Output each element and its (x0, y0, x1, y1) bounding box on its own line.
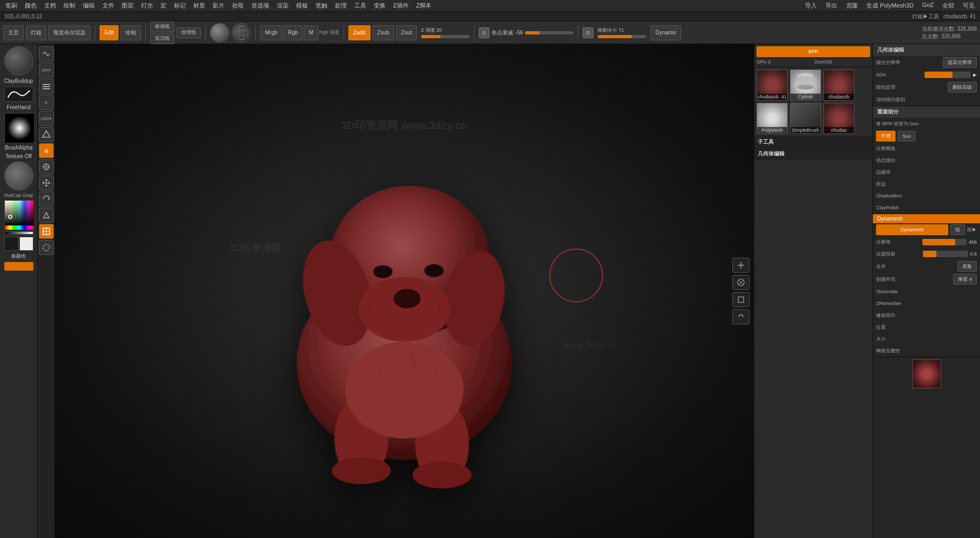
dynamesh-button[interactable]: Dynamesh (876, 224, 948, 235)
menu-item-file[interactable]: 文件 (99, 1, 117, 11)
menu-item-macro[interactable]: 宏 (157, 1, 170, 11)
brush-size-slider[interactable] (598, 35, 646, 38)
wireframe-sphere-button[interactable] (232, 23, 251, 43)
symmetry-icon[interactable]: ⊕ (39, 143, 54, 158)
menu-item-transform[interactable]: 变换 (370, 1, 389, 11)
viewport-canvas[interactable]: 3D印资源网 www.3dzy.cn 3D印资源网 www.3dzy.cn (55, 44, 754, 538)
suv-button[interactable]: Suv (898, 131, 916, 141)
z-intensity-slider[interactable] (421, 35, 470, 38)
menu-item-visible[interactable]: 可见 (960, 1, 978, 11)
smooth-button[interactable]: 纹理线 (177, 27, 201, 38)
zsub-button[interactable]: Zsub (373, 25, 394, 40)
geometry-header[interactable]: 几何体编辑 (873, 44, 980, 56)
bottom-dog-thumbnail[interactable] (912, 359, 941, 388)
focal-slider[interactable] (525, 31, 573, 34)
standard-line-button[interactable]: 标准线 (150, 22, 174, 32)
polyframe-icon[interactable] (39, 224, 54, 239)
group-button[interactable]: 组 (950, 224, 965, 235)
alpha-name-label[interactable]: BrushAlpha (1, 144, 36, 151)
menu-item-preferences[interactable]: 首选项 (248, 1, 272, 11)
menu-item-all[interactable]: 全部 (939, 1, 957, 11)
mrgb-button[interactable]: Mrgb (260, 25, 282, 40)
menu-item-stroke[interactable]: 笔触 (312, 1, 331, 11)
texture-off-label[interactable]: Texture Off (5, 153, 32, 159)
move-line-button[interactable]: 拓贝线 (150, 33, 174, 44)
menu-item-layer[interactable]: 图层 (118, 1, 137, 11)
menu-item-template[interactable]: 模板 (293, 1, 311, 11)
dynamic-view-icon[interactable] (39, 79, 54, 94)
tool-thumb-3[interactable]: PolyMesh (757, 103, 788, 134)
home-button[interactable]: 主页 (3, 25, 24, 40)
scale-icon[interactable] (39, 208, 54, 223)
menu-item-marker[interactable]: 标记 (171, 1, 189, 11)
color-picker[interactable] (4, 200, 33, 229)
menu-item-tool[interactable]: 工具 (351, 1, 369, 11)
menu-item-clone[interactable]: 克隆 (843, 1, 861, 11)
rotate-icon[interactable] (39, 192, 54, 207)
s-button[interactable]: S (479, 27, 489, 38)
vc-btn-4[interactable] (732, 309, 750, 324)
subproject-slider[interactable] (923, 251, 968, 257)
tool-thumb-1[interactable]: Cylindr (790, 69, 821, 101)
bake-icon[interactable] (39, 127, 54, 142)
tool-thumb-2[interactable]: chudaozb (823, 69, 855, 101)
ac50-icon[interactable]: A (39, 95, 54, 110)
tool-thumb-5[interactable]: chudao (823, 103, 855, 134)
menu-item-goz[interactable]: GoZ (919, 1, 937, 11)
dynamesh-header[interactable]: Dynamesh (873, 214, 980, 223)
menu-item-document[interactable]: 文档 (41, 1, 59, 11)
material-sphere-button[interactable] (210, 23, 229, 43)
flow-icon[interactable] (39, 46, 54, 61)
vc-btn-2[interactable] (732, 275, 750, 290)
tool-thumb-4[interactable]: SimpleBrush (790, 103, 821, 134)
dynamic-button[interactable]: Dynamic (650, 25, 681, 40)
alpha-preview[interactable] (4, 113, 33, 142)
draw-button[interactable]: 绘制 (121, 25, 141, 40)
transparent-icon[interactable] (39, 240, 54, 255)
stroke-name-label[interactable]: FreeHand (1, 104, 36, 111)
preview-button[interactable]: 预览布尔渲染 (48, 25, 90, 40)
menu-item-process[interactable]: 处理 (332, 1, 350, 11)
menu-item-render[interactable]: 渲染 (274, 1, 292, 11)
lightbox-button[interactable]: 灯箱 (26, 25, 46, 40)
vc-btn-1[interactable] (732, 258, 750, 273)
zadd-button[interactable]: Zadd (348, 25, 370, 40)
viewport[interactable]: 3D印资源网 www.3dzy.cn 3D印资源网 www.3dzy.cn (55, 44, 754, 538)
increase-res-button[interactable]: 提高分辨率 (943, 57, 977, 68)
menu-item-light[interactable]: 灯光 (138, 1, 156, 11)
smooth-button[interactable]: 平滑 (876, 131, 895, 141)
edit-button[interactable]: Edit (100, 25, 118, 40)
menu-item-generate-polymesh3d[interactable]: 生成 PolyMesh3D (863, 1, 916, 11)
delete-high-button[interactable]: 删除高级 (948, 82, 977, 93)
menu-item-draw[interactable]: 绘制 (60, 1, 79, 11)
menu-item-brush[interactable]: 笔刷 (2, 1, 20, 11)
rgb-button[interactable]: Rgb (283, 25, 303, 40)
menu-item-color[interactable]: 颜色 (22, 1, 40, 11)
zoom100-icon[interactable]: 100% (39, 62, 54, 77)
thickness-button[interactable]: 厚度 4 (953, 274, 977, 285)
color-indicator-bar[interactable] (4, 262, 33, 271)
m-button[interactable]: M (304, 25, 318, 40)
brightness-slider[interactable] (4, 231, 33, 235)
tool-thumb-0[interactable]: chudaozb. 41 (757, 69, 788, 101)
menu-item-zplugin[interactable]: Z插件 (390, 1, 412, 11)
change-color-button[interactable]: 换颜色 (1, 253, 36, 260)
bpr-button[interactable]: BPR (757, 46, 870, 57)
d-button[interactable]: D (583, 27, 593, 38)
texture-preview[interactable] (4, 161, 33, 190)
menu-item-material[interactable]: 材质 (190, 1, 208, 11)
zoom-100-icon2[interactable]: 100% (39, 111, 54, 126)
move-icon[interactable] (39, 175, 54, 190)
subtool-section-title[interactable]: 子工具 (754, 136, 872, 148)
center-point-icon[interactable] (39, 159, 54, 174)
brush-name-label[interactable]: ClayBuildup (1, 77, 36, 84)
zout-button[interactable]: Zout (396, 25, 417, 40)
matcap-label[interactable]: MatCap Gray (4, 193, 33, 198)
menu-item-import[interactable]: 导入 (802, 1, 820, 11)
rebuild-header[interactable]: 重建细分 (873, 106, 980, 118)
menu-item-export[interactable]: 导出 (822, 1, 841, 11)
color-swatch-black[interactable] (4, 237, 18, 251)
diff-button[interactable]: 差集 (957, 261, 977, 272)
brush-preview[interactable] (4, 46, 33, 75)
menu-item-pickup[interactable]: 拾取 (229, 1, 247, 11)
